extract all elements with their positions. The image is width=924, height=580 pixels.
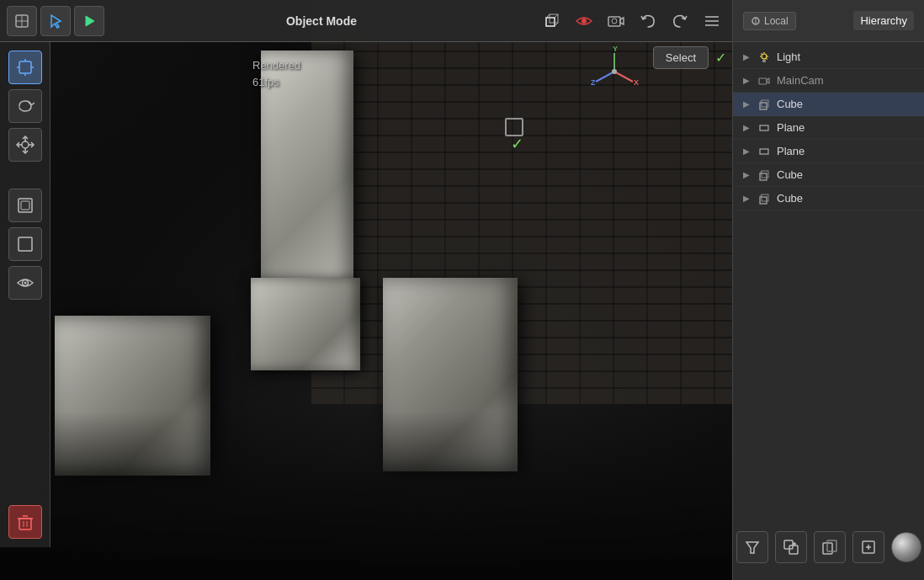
camera-icon xyxy=(758,75,770,87)
filter-icon-btn[interactable] xyxy=(736,531,768,563)
select-area: Select ✓ xyxy=(653,46,726,69)
delete-tool[interactable] xyxy=(8,505,42,539)
svg-rect-39 xyxy=(19,519,31,529)
svg-marker-11 xyxy=(86,16,94,26)
svg-point-46 xyxy=(762,54,767,59)
box-icon-btn[interactable] xyxy=(7,6,37,36)
svg-rect-69 xyxy=(789,545,798,554)
rendered-label: Rendered xyxy=(252,59,300,72)
svg-text:X: X xyxy=(634,78,639,87)
selection-checkmark: ✓ xyxy=(511,135,523,153)
hierarchy-item-light[interactable]: ▶ Light xyxy=(733,45,924,69)
redo-icon[interactable] xyxy=(666,8,693,35)
svg-line-51 xyxy=(762,53,762,54)
svg-text:Z: Z xyxy=(591,78,596,87)
svg-rect-61 xyxy=(760,173,767,180)
light-icon xyxy=(758,51,770,63)
eye-tool[interactable] xyxy=(8,266,42,300)
left-tools-panel xyxy=(0,42,50,547)
viewport-icons xyxy=(539,8,725,35)
svg-rect-56 xyxy=(760,103,767,109)
paste-icon-btn[interactable] xyxy=(852,531,884,563)
local-button[interactable]: Local xyxy=(743,12,796,30)
axis-gizmo: Y X Z xyxy=(589,46,640,97)
svg-marker-10 xyxy=(51,15,61,28)
item-arrow-plane2: ▶ xyxy=(743,146,750,156)
hierarchy-list: ▶ Light ▶ MainCam ▶ xyxy=(733,42,924,214)
play-icon-btn[interactable] xyxy=(74,6,104,36)
3d-viewport[interactable]: Rendered 61fps ✓ Y X Z xyxy=(0,0,732,580)
copy-icon-btn[interactable] xyxy=(814,531,846,563)
eye-view-icon[interactable] xyxy=(571,8,597,35)
item-arrow-light: ▶ xyxy=(743,52,750,61)
transform-tool[interactable] xyxy=(8,51,42,84)
select-button[interactable]: Select xyxy=(653,46,709,69)
hierarchy-item-cube1[interactable]: ▶ Cube xyxy=(733,93,924,116)
svg-marker-19 xyxy=(620,18,624,24)
undo-icon[interactable] xyxy=(635,8,661,35)
hierarchy-item-cube2[interactable]: ▶ Cube xyxy=(733,163,924,187)
layers-tool[interactable] xyxy=(8,189,42,222)
svg-line-15 xyxy=(555,14,558,18)
move-tool[interactable] xyxy=(8,128,42,162)
right-panel: Local Hierarchy ▶ Light ▶ xyxy=(732,0,924,580)
plane-icon-2 xyxy=(758,146,770,157)
cube-icon-2 xyxy=(758,169,770,181)
hierarchy-label-maincam: MainCam xyxy=(777,74,824,87)
svg-rect-60 xyxy=(760,149,768,154)
hierarchy-label-plane1: Plane xyxy=(777,121,805,134)
refresh-tool[interactable] xyxy=(8,89,42,123)
cube-icon-1 xyxy=(758,98,770,110)
add-layer-btn[interactable] xyxy=(775,531,807,563)
plane-icon-1 xyxy=(758,122,770,134)
svg-rect-65 xyxy=(762,194,768,201)
menu-icon[interactable] xyxy=(698,8,725,35)
fps-counter: 61fps xyxy=(252,76,279,88)
svg-rect-57 xyxy=(762,100,768,107)
chair-seat-object[interactable] xyxy=(251,278,360,370)
cube-view-icon[interactable] xyxy=(539,8,566,35)
svg-line-52 xyxy=(767,58,767,59)
svg-rect-35 xyxy=(21,201,29,210)
svg-rect-64 xyxy=(760,197,767,204)
local-label: Local xyxy=(764,15,789,27)
box-tool[interactable] xyxy=(8,227,42,261)
svg-line-2 xyxy=(614,72,633,82)
cursor-icon-btn[interactable] xyxy=(40,6,71,36)
camera-view-icon[interactable] xyxy=(603,8,629,35)
item-arrow-maincam: ▶ xyxy=(743,76,750,85)
hierarchy-item-maincam[interactable]: ▶ MainCam xyxy=(733,69,924,93)
svg-point-20 xyxy=(612,19,617,24)
chair-back-object[interactable] xyxy=(261,51,353,311)
svg-rect-53 xyxy=(762,60,766,62)
hierarchy-label-cube2: Cube xyxy=(777,168,803,181)
svg-rect-34 xyxy=(19,199,32,212)
select-checkmark: ✓ xyxy=(715,50,726,66)
hierarchy-label-cube3: Cube xyxy=(777,192,803,205)
right-panel-header: Local Hierarchy xyxy=(733,0,924,42)
object-mode-label: Object Mode xyxy=(286,14,357,28)
hierarchy-item-cube3[interactable]: ▶ Cube xyxy=(733,187,924,210)
hierarchy-label-light: Light xyxy=(777,51,800,63)
svg-rect-12 xyxy=(546,18,555,26)
svg-rect-62 xyxy=(762,171,768,178)
item-arrow-cube1: ▶ xyxy=(743,99,750,109)
item-arrow-plane1: ▶ xyxy=(743,123,750,132)
svg-point-29 xyxy=(22,141,29,148)
top-toolbar: Object Mode xyxy=(0,0,732,42)
bottom-panel-icons xyxy=(733,531,924,563)
floor-overlay xyxy=(0,412,732,580)
svg-point-17 xyxy=(581,19,587,24)
hierarchy-item-plane1[interactable]: ▶ Plane xyxy=(733,116,924,140)
hierarchy-tab[interactable]: Hierarchy xyxy=(853,11,914,30)
svg-line-4 xyxy=(596,72,614,82)
hierarchy-label-plane2: Plane xyxy=(777,145,805,157)
item-arrow-cube2: ▶ xyxy=(743,170,750,179)
svg-text:Y: Y xyxy=(613,46,618,53)
hierarchy-item-plane2[interactable]: ▶ Plane xyxy=(733,140,924,163)
selection-box xyxy=(505,118,523,136)
svg-rect-24 xyxy=(19,61,31,73)
sphere-icon-btn[interactable] xyxy=(891,532,921,562)
svg-point-6 xyxy=(612,69,617,74)
svg-point-38 xyxy=(24,282,26,285)
